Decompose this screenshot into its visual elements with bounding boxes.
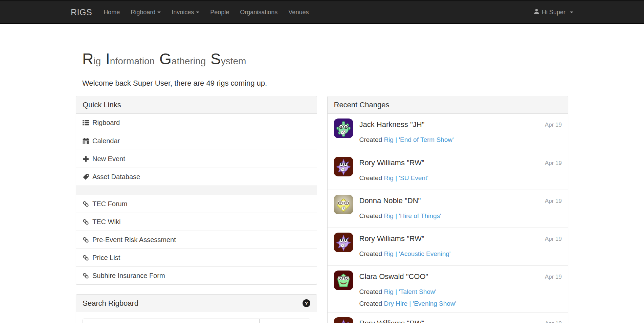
search-rigboard-panel: Search Rigboard ? Search — [76, 294, 317, 323]
navbar: RIGS Home Rigboard Invoices People Organ… — [0, 0, 644, 24]
quick-link-price-list[interactable]: Price List — [76, 249, 317, 266]
change-link[interactable]: Rig | 'Acoustic Evening' — [384, 250, 450, 257]
change-link[interactable]: Rig | 'Talent Show' — [384, 288, 436, 295]
change-item: Rory Williams "RW" Apr 19 Created Rig | … — [328, 152, 568, 190]
nav-item-home[interactable]: Home — [98, 1, 125, 23]
user-name: Rory Williams "RW" — [359, 319, 424, 323]
recent-changes-list: Jack Harkness "JH" Apr 19 Created Rig | … — [328, 114, 568, 323]
recent-changes-title: Recent Changes — [334, 101, 390, 109]
chevron-down-icon — [570, 12, 573, 13]
main-nav: Home Rigboard Invoices People Organisati… — [98, 1, 314, 23]
recent-changes-panel: Recent Changes Jack Harkness "JH" — [327, 96, 569, 323]
quick-link-tec-wiki[interactable]: TEC Wiki — [76, 213, 317, 231]
change-action: Created Rig | 'Acoustic Evening' — [359, 250, 562, 258]
change-item: Donna Noble "DN" Apr 19 Created Rig | 'H… — [328, 190, 568, 228]
welcome-text: Welcome back Super User, there are 49 ri… — [82, 79, 573, 88]
monster-avatar — [334, 271, 353, 290]
user-menu-label: Hi Super — [542, 1, 565, 23]
change-date: Apr 19 — [545, 274, 562, 281]
monster-avatar — [334, 317, 353, 323]
quick-link-new-event[interactable]: New Event — [76, 150, 317, 168]
change-action: Created Dry Hire | 'Evening Show' — [359, 300, 562, 307]
page-title: RigInformationGatheringSystem — [82, 50, 573, 70]
nav-item-people[interactable]: People — [205, 1, 235, 23]
quick-links-panel: Quick Links Rigboard Calendar New Event — [76, 96, 317, 285]
link-icon — [83, 219, 89, 225]
search-rigboard-header: Search Rigboard ? — [76, 295, 317, 312]
search-rigboard-title: Search Rigboard — [83, 299, 138, 308]
monster-avatar — [334, 157, 353, 176]
change-date: Apr 19 — [545, 236, 562, 243]
change-date: Apr 19 — [545, 122, 562, 129]
chevron-down-icon — [196, 12, 199, 13]
search-input[interactable] — [83, 319, 259, 323]
quick-links-list: Rigboard Calendar New Event Asset Databa… — [76, 114, 317, 284]
change-action: Created Rig | 'Talent Show' — [359, 288, 562, 296]
link-icon — [83, 201, 89, 207]
user-icon — [534, 1, 539, 23]
change-action: Created Rig | 'End of Term Show' — [359, 136, 562, 144]
user-menu[interactable]: Hi Super — [534, 1, 573, 23]
user-name: Jack Harkness "JH" — [359, 120, 425, 129]
quick-links-header: Quick Links — [76, 96, 317, 114]
change-link[interactable]: Rig | 'SU Event' — [384, 174, 428, 181]
change-link[interactable]: Rig | 'End of Term Show' — [384, 136, 453, 143]
change-link[interactable]: Rig | 'Hire of Things' — [384, 212, 441, 219]
change-date: Apr 19 — [545, 160, 562, 167]
monster-avatar — [334, 233, 353, 252]
quick-links-title: Quick Links — [83, 101, 121, 109]
tag-icon — [83, 174, 89, 180]
quick-link-rigboard[interactable]: Rigboard — [76, 114, 317, 132]
user-name: Rory Williams "RW" — [359, 234, 424, 243]
user-name: Donna Noble "DN" — [359, 196, 421, 205]
monster-avatar — [334, 119, 353, 138]
quick-link-pre-event-risk-assessment[interactable]: Pre-Event Risk Assessment — [76, 231, 317, 249]
change-date: Apr 19 — [545, 320, 562, 323]
change-item: Jack Harkness "JH" Apr 19 Created Rig | … — [328, 114, 568, 152]
user-name: Clara Oswald "COO" — [359, 272, 428, 281]
nav-item-venues[interactable]: Venues — [283, 1, 314, 23]
recent-changes-header: Recent Changes — [328, 96, 568, 114]
change-link[interactable]: Dry Hire | 'Evening Show' — [384, 300, 456, 307]
calendar-icon — [83, 138, 89, 144]
change-action: Created Rig | 'SU Event' — [359, 174, 562, 182]
quick-link-tec-forum[interactable]: TEC Forum — [76, 195, 317, 213]
brand-logo[interactable]: RIGS — [71, 7, 92, 17]
change-date: Apr 19 — [545, 198, 562, 205]
help-icon[interactable]: ? — [303, 299, 310, 307]
list-separator — [76, 186, 317, 195]
monster-avatar — [334, 195, 353, 214]
quick-link-subhire-insurance-form[interactable]: Subhire Insurance Form — [76, 266, 317, 284]
link-icon — [83, 237, 89, 243]
plus-icon — [83, 156, 89, 162]
change-action: Created Rig | 'Hire of Things' — [359, 212, 562, 220]
search-button[interactable]: Search — [259, 319, 310, 323]
quick-link-calendar[interactable]: Calendar — [76, 132, 317, 150]
change-item: Rory Williams "RW" Apr 19 — [328, 312, 568, 323]
change-item: Clara Oswald "COO" Apr 19 Created Rig | … — [328, 265, 568, 312]
nav-item-rigboard[interactable]: Rigboard — [125, 1, 166, 23]
nav-item-organisations[interactable]: Organisations — [235, 1, 283, 23]
change-item: Rory Williams "RW" Apr 19 Created Rig | … — [328, 228, 568, 265]
quick-link-asset-database[interactable]: Asset Database — [76, 168, 317, 186]
link-icon — [83, 273, 89, 279]
user-name: Rory Williams "RW" — [359, 158, 424, 167]
list-icon — [83, 120, 89, 126]
nav-item-invoices[interactable]: Invoices — [166, 1, 205, 23]
chevron-down-icon — [157, 12, 161, 13]
link-icon — [83, 255, 89, 261]
